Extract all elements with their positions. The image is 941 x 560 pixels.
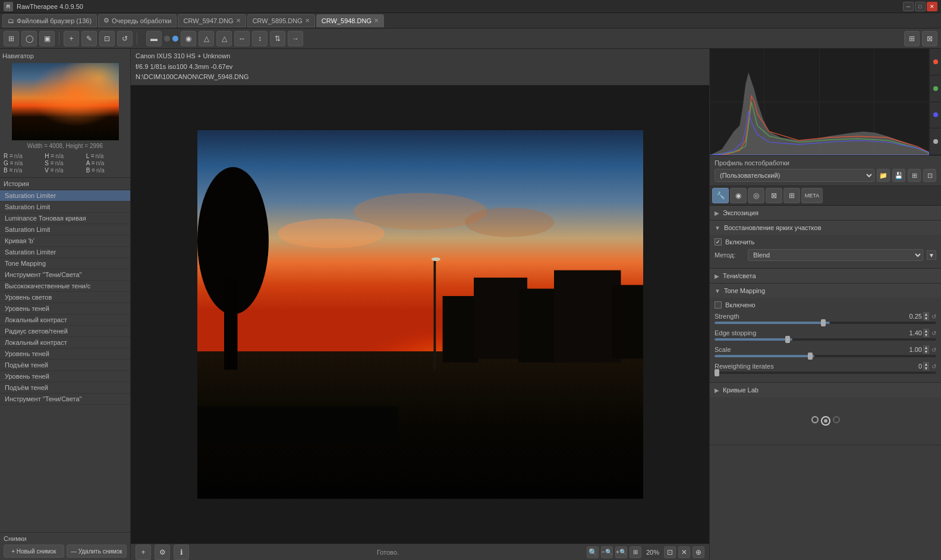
tonemapping-panel-header[interactable]: ▼ Tone Mapping <box>710 284 941 298</box>
scale-down-btn[interactable]: ▼ <box>923 350 929 354</box>
reweighting-track[interactable] <box>715 372 936 374</box>
history-item[interactable]: Инструмент "Тени/Света" <box>0 269 130 281</box>
toolbar-forward-btn[interactable]: → <box>288 31 303 46</box>
history-item[interactable]: Уровень теней <box>0 303 130 314</box>
hist-blue-btn[interactable] <box>930 102 941 129</box>
hist-gray-btn[interactable] <box>930 128 941 155</box>
history-item[interactable]: Радиус светов/теней <box>0 326 130 337</box>
reweighting-up-btn[interactable]: ▲ <box>923 362 929 366</box>
zoom-expand-btn[interactable]: ⊡ <box>664 546 676 558</box>
profile-open-btn[interactable]: 📁 <box>877 169 890 182</box>
profile-copy-btn[interactable]: ⊞ <box>908 169 921 182</box>
profile-save-btn[interactable]: 💾 <box>892 169 905 182</box>
tab-crw5947-close[interactable]: ✕ <box>236 17 241 24</box>
hist-red-btn[interactable] <box>930 49 941 75</box>
history-item[interactable]: Saturation Limiter <box>0 190 130 202</box>
toolbar-circle-btn[interactable]: ◯ <box>21 31 37 46</box>
reweighting-reset-btn[interactable]: ↺ <box>931 363 936 370</box>
add-snapshot-button[interactable]: + Новый снимок <box>4 545 64 558</box>
remove-snapshot-button[interactable]: — Удалить снимок <box>67 545 127 558</box>
history-item[interactable]: Подъём теней <box>0 382 130 394</box>
zoom-fullscreen-btn[interactable]: ✕ <box>678 546 690 558</box>
toolbar-panel-btn[interactable]: ⊠ <box>922 31 937 46</box>
reweighting-thumb[interactable] <box>715 369 719 376</box>
exposure-panel-header[interactable]: ▶ Экспозиция <box>710 206 941 220</box>
scale-track[interactable] <box>715 355 936 357</box>
tool-tab-raw[interactable]: ⊞ <box>783 188 800 203</box>
zoom-fit-btn[interactable]: ⊞ <box>630 546 641 558</box>
profile-paste-btn[interactable]: ⊡ <box>923 169 936 182</box>
toolbar-layout-btn[interactable]: ⊞ <box>904 31 920 46</box>
shadows-panel-header[interactable]: ▶ Тени/света <box>710 269 941 283</box>
toolbar-rect-btn[interactable]: ▣ <box>39 31 55 46</box>
edgestopping-up-btn[interactable]: ▲ <box>923 329 929 333</box>
edgestopping-reset-btn[interactable]: ↺ <box>931 330 936 336</box>
history-item[interactable]: Инструмент "Тени/Света" <box>0 394 130 405</box>
history-item[interactable]: Подъём теней <box>0 360 130 371</box>
scale-reset-btn[interactable]: ↺ <box>931 347 936 353</box>
zoom-in-btn[interactable]: +🔍 <box>615 546 627 558</box>
scale-thumb[interactable] <box>808 353 813 360</box>
tab-browser[interactable]: 🗂 Файловый браузер (136) <box>2 14 97 27</box>
history-item[interactable]: Уровень светов <box>0 292 130 303</box>
toolbar-edit-btn[interactable]: ✎ <box>81 31 97 46</box>
minimize-button[interactable]: ─ <box>903 2 914 11</box>
history-item[interactable]: Уровень теней <box>0 348 130 360</box>
history-item[interactable]: Saturation Limit <box>0 202 130 213</box>
history-list[interactable]: Saturation Limiter Saturation Limit Lumi… <box>0 190 130 532</box>
reweighting-down-btn[interactable]: ▼ <box>923 366 929 370</box>
toolbar-mirror-btn[interactable]: ⇅ <box>270 31 285 46</box>
strength-up-btn[interactable]: ▲ <box>923 312 929 316</box>
highlight-enable-checkbox[interactable] <box>715 238 722 246</box>
toolbar-flip-h-btn[interactable]: ↔ <box>234 31 250 46</box>
tab-crw5895-close[interactable]: ✕ <box>305 17 310 24</box>
tab-queue[interactable]: ⚙ Очередь обработки <box>98 14 177 27</box>
tool-tab-meta[interactable]: META <box>801 188 823 203</box>
toolbar-crop-btn[interactable]: ⊡ <box>99 31 115 46</box>
image-viewport[interactable] <box>131 86 709 543</box>
history-item[interactable]: Saturation Limiter <box>0 247 130 258</box>
tool-tab-transform[interactable]: ⊠ <box>766 188 782 203</box>
edgestopping-down-btn[interactable]: ▼ <box>923 333 929 337</box>
statusbar-info-btn[interactable]: ℹ <box>174 545 189 560</box>
toolbar-warn2-btn[interactable]: △ <box>216 31 232 46</box>
toolbar-indicator-btn[interactable]: ▬ <box>146 31 162 46</box>
edgestopping-track[interactable] <box>715 338 936 341</box>
hist-green-btn[interactable] <box>930 75 941 102</box>
panels-scroll[interactable]: ▶ Экспозиция ▼ Восстановление ярких учас… <box>710 206 941 560</box>
scale-up-btn[interactable]: ▲ <box>923 345 929 350</box>
tool-tab-exposure[interactable]: 🔧 <box>712 188 729 203</box>
history-item[interactable]: Локальный контраст <box>0 314 130 326</box>
maximize-button[interactable]: □ <box>915 2 926 11</box>
toolbar-plus-btn[interactable]: + <box>64 31 79 46</box>
history-item[interactable]: Локальный контраст <box>0 337 130 348</box>
zoom-reset-btn[interactable]: ⊕ <box>693 546 704 558</box>
toolbar-flip-v-btn[interactable]: ↕ <box>252 31 267 46</box>
tab-crw5948[interactable]: CRW_5948.DNG ✕ <box>316 14 384 27</box>
zoom-out-btn2[interactable]: −🔍 <box>601 546 613 558</box>
highlight-panel-header[interactable]: ▼ Восстановление ярких участков <box>710 221 941 235</box>
toolbar-rotate-btn[interactable]: ↺ <box>117 31 133 46</box>
labcurves-panel-header[interactable]: ▶ Кривые Lab <box>710 383 941 397</box>
strength-reset-btn[interactable]: ↺ <box>931 313 936 320</box>
tool-tab-color[interactable]: ◉ <box>730 188 747 203</box>
history-item[interactable]: Saturation Limit <box>0 224 130 235</box>
method-expand-btn[interactable]: ▼ <box>927 250 936 260</box>
toolbar-add-btn[interactable]: ⊞ <box>4 31 19 46</box>
toolbar-warn1-btn[interactable]: △ <box>199 31 214 46</box>
close-button[interactable]: ✕ <box>927 2 937 11</box>
tab-crw5895[interactable]: CRW_5895.DNG ✕ <box>247 14 315 27</box>
history-item[interactable]: Высококачественные тени/с <box>0 281 130 292</box>
tonemapping-enable-checkbox[interactable] <box>715 301 722 309</box>
toolbar-circle2-btn[interactable]: ◉ <box>181 31 196 46</box>
statusbar-settings-btn[interactable]: ⚙ <box>155 545 170 560</box>
history-item[interactable]: Кривая 'b' <box>0 235 130 247</box>
profile-select[interactable]: (Пользовательский) <box>715 169 874 182</box>
highlight-method-select[interactable]: Blend <box>748 249 923 261</box>
tab-crw5948-close[interactable]: ✕ <box>374 17 379 24</box>
edgestopping-thumb[interactable] <box>785 336 790 343</box>
history-item[interactable]: Tone Mapping <box>0 258 130 269</box>
history-item[interactable]: Уровень теней <box>0 371 130 382</box>
strength-down-btn[interactable]: ▼ <box>923 316 929 320</box>
statusbar-add-btn[interactable]: + <box>136 545 151 560</box>
